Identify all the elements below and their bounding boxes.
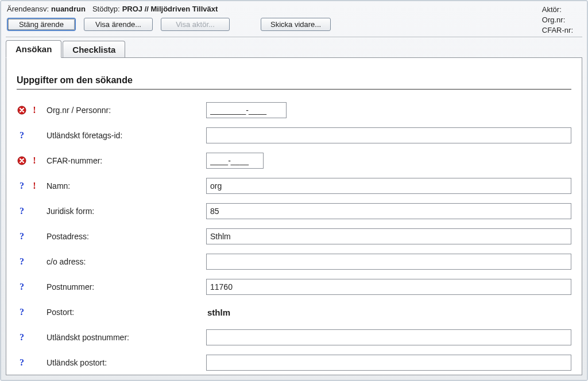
icon-col <box>17 357 42 368</box>
field-label: Utländskt företags-id: <box>47 131 202 140</box>
help-icon <box>17 357 27 368</box>
show-case-button[interactable]: Visa ärende... <box>84 18 153 31</box>
tab-checklista[interactable]: Checklista <box>63 41 125 58</box>
help-icon <box>17 332 27 343</box>
form-row-cfar_nummer: CFAR-nummer: <box>17 148 571 173</box>
field-value-col: sthlm <box>206 308 571 317</box>
icon-col <box>17 206 42 216</box>
icon-col <box>17 256 42 267</box>
error-icon <box>17 155 27 166</box>
help-icon <box>17 282 27 292</box>
field-label: Postnummer: <box>47 282 202 291</box>
field-label: CFAR-nummer: <box>47 156 202 165</box>
icon-col <box>17 155 42 166</box>
icon-col <box>17 282 42 292</box>
tab-ansokan[interactable]: Ansökan <box>6 40 61 58</box>
tabs: Ansökan Checklista <box>6 40 582 58</box>
field-value-col <box>206 329 571 345</box>
input-postadress[interactable] <box>206 228 571 244</box>
icon-col <box>17 130 42 141</box>
header-value-stodtyp: PROJ // Miljödriven Tillväxt <box>122 5 218 13</box>
help-icon <box>17 181 27 191</box>
form-row-postnummer: Postnummer: <box>17 274 571 300</box>
field-value-col <box>206 228 571 244</box>
field-label: Postadress: <box>47 232 202 241</box>
field-label: Juridisk form: <box>47 207 202 216</box>
help-icon <box>17 130 27 141</box>
icon-col <box>17 332 42 343</box>
close-case-button[interactable]: Stäng ärende <box>7 18 76 31</box>
header-right-block: Aktör: Org.nr: CFAR-nr: <box>542 5 573 36</box>
input-cfar_nummer[interactable] <box>206 153 264 169</box>
form-row-postort: Postort:sthlm <box>17 300 571 325</box>
static-postort: sthlm <box>206 308 230 317</box>
field-label: Org.nr / Personnr: <box>47 106 202 115</box>
content-panel: Uppgifter om den sökande Org.nr / Person… <box>6 58 582 375</box>
input-juridisk_form[interactable] <box>206 203 571 219</box>
field-label: Postort: <box>47 308 202 317</box>
header-value-arendeansv: nuandrun <box>51 5 86 13</box>
input-co_adress[interactable] <box>206 254 571 270</box>
icon-col <box>17 181 42 191</box>
field-value-col <box>206 203 571 219</box>
field-value-col <box>206 178 571 194</box>
help-icon <box>17 206 27 216</box>
header-label-orgnr: Org.nr: <box>542 15 565 24</box>
help-icon <box>17 256 27 267</box>
required-icon <box>29 105 40 115</box>
form-row-utl_foretags_id: Utländskt företags-id: <box>17 123 571 148</box>
section-title: Uppgifter om den sökande <box>17 75 571 90</box>
header-label-aktor: Aktör: <box>542 5 562 14</box>
input-postnummer[interactable] <box>206 279 571 295</box>
header-label-cfarnr: CFAR-nr: <box>542 26 573 34</box>
field-label: Utländsk postort: <box>47 358 202 367</box>
form-row-co_adress: c/o adress: <box>17 249 571 274</box>
show-actor-button: Visa aktör... <box>161 18 230 31</box>
field-value-col <box>206 102 571 118</box>
form-row-utl_postnummer: Utländskt postnummer: <box>17 325 571 350</box>
toolbar: Stäng ärende Visa ärende... Visa aktör..… <box>1 14 587 37</box>
field-value-col <box>206 279 571 295</box>
icon-col <box>17 231 42 242</box>
field-label: c/o adress: <box>47 257 202 266</box>
header-label-arendeansv: Ärendeansv: <box>7 5 49 13</box>
required-icon <box>29 155 40 166</box>
icon-col <box>17 307 42 317</box>
field-value-col <box>206 127 571 143</box>
required-icon <box>29 181 40 191</box>
input-utl_postort[interactable] <box>206 355 571 371</box>
field-value-col <box>206 355 571 371</box>
error-icon <box>17 105 27 115</box>
form-row-juridisk_form: Juridisk form: <box>17 199 571 224</box>
form-row-namn: Namn: <box>17 173 571 199</box>
input-namn[interactable] <box>206 178 571 194</box>
help-icon <box>17 231 27 242</box>
help-icon <box>17 307 27 317</box>
input-utl_postnummer[interactable] <box>206 329 571 345</box>
field-value-col <box>206 254 571 270</box>
input-orgnr_personnr[interactable] <box>206 102 287 118</box>
form-row-utl_postort: Utländsk postort: <box>17 350 571 375</box>
field-label: Namn: <box>47 181 202 190</box>
form-row-orgnr_personnr: Org.nr / Personnr: <box>17 98 571 123</box>
field-value-col <box>206 153 571 169</box>
header-label-stodtyp: Stödtyp: <box>92 5 120 13</box>
field-label: Utländskt postnummer: <box>47 333 202 342</box>
icon-col <box>17 105 42 115</box>
form-row-postadress: Postadress: <box>17 224 571 249</box>
input-utl_foretags_id[interactable] <box>206 127 571 143</box>
forward-button[interactable]: Skicka vidare... <box>261 18 331 31</box>
divider <box>6 37 582 38</box>
